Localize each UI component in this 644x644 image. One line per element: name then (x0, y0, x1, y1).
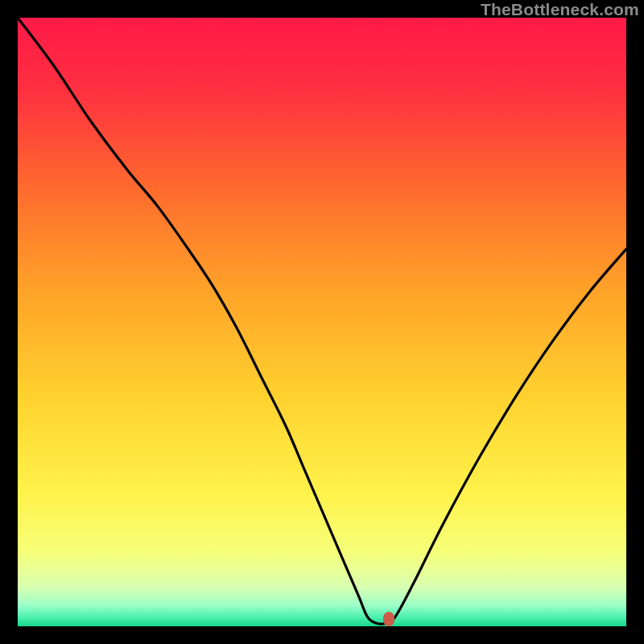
svg-rect-0 (18, 18, 626, 626)
chart-frame: TheBottleneck.com (0, 0, 644, 644)
plot-area (18, 18, 626, 626)
watermark-text: TheBottleneck.com (481, 0, 639, 19)
background-gradient (18, 18, 626, 626)
optimal-point-marker (383, 612, 394, 626)
